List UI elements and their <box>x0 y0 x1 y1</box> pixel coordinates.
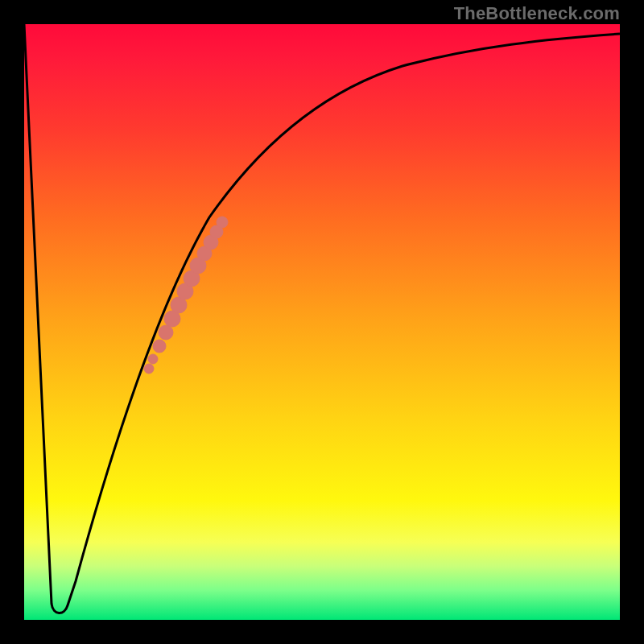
plot-area <box>24 24 620 620</box>
marker-dot <box>217 217 228 228</box>
marker-dot <box>148 354 158 364</box>
marker-dot <box>153 340 166 353</box>
attribution-text: TheBottleneck.com <box>454 3 620 24</box>
chart-frame: TheBottleneck.com <box>0 0 644 644</box>
marker-group <box>144 217 228 374</box>
marker-dot <box>159 325 173 340</box>
marker-dot <box>144 364 154 374</box>
curve-svg <box>24 24 620 620</box>
bottleneck-curve <box>24 24 620 613</box>
